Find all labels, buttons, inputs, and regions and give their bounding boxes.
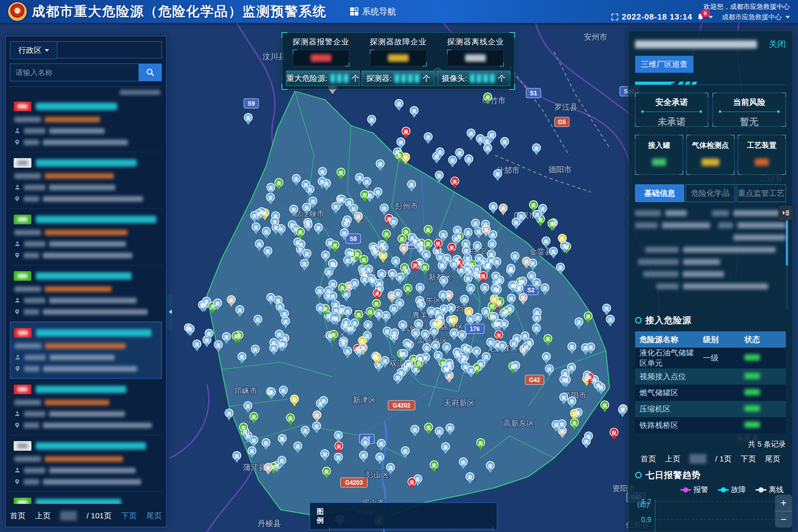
- stat-company-value-redacted: [293, 50, 349, 66]
- panel-counter-value-redacted: [755, 158, 769, 166]
- chart-legend-item[interactable]: 报警: [680, 485, 708, 495]
- company-list-item[interactable]: [10, 435, 162, 492]
- company-list: [10, 96, 162, 504]
- hazard-table: 危险源名称级别状态 液化石油气储罐区单元一级视频接入点位燃气储罐区压缩机区铁路栈…: [635, 331, 786, 433]
- page-number-input[interactable]: [689, 454, 706, 464]
- page-last-button[interactable]: 尾页: [765, 454, 780, 464]
- company-name-redacted: [36, 159, 137, 167]
- chart-legend-item[interactable]: 故障: [718, 485, 746, 495]
- tab-0[interactable]: 基础信息: [635, 184, 684, 202]
- svg-text:G4203: G4203: [345, 480, 363, 486]
- factory-3d-patrol-button[interactable]: 三维厂区巡查: [635, 56, 693, 73]
- zoom-out-button[interactable]: −: [775, 511, 792, 528]
- panel-pagination: 首页 上页 / 1页 下页 尾页: [635, 454, 786, 464]
- search-icon: [146, 68, 155, 77]
- region-input[interactable]: [57, 41, 162, 58]
- svg-text:X40: X40: [406, 241, 416, 247]
- welcome-text: 欢迎您，成都市应急救援中心: [611, 2, 790, 11]
- divider: [635, 82, 786, 85]
- status-badge: [14, 328, 32, 338]
- svg-text:成华区: 成华区: [446, 304, 469, 313]
- grid-icon: [350, 7, 358, 16]
- stat-company-label: 探测器离线企业: [439, 37, 512, 47]
- svg-text:G5: G5: [558, 119, 566, 125]
- datetime: 2022-08-18 13:14: [622, 12, 692, 22]
- table-row[interactable]: 液化石油气储罐区单元一级: [635, 348, 786, 368]
- company-list-item[interactable]: [10, 152, 162, 209]
- svg-text:郫都区: 郫都区: [346, 308, 369, 317]
- page-prev-button[interactable]: 上页: [35, 511, 51, 521]
- person-icon: [14, 184, 20, 190]
- panel-counter-1: 气体检测点: [686, 135, 734, 175]
- svg-text:176: 176: [470, 326, 480, 332]
- page-prev-button[interactable]: 上页: [665, 454, 681, 464]
- panel-counter-value-redacted: [652, 158, 666, 166]
- location-icon: [14, 479, 20, 485]
- status-badge: [14, 385, 31, 394]
- page-next-button[interactable]: 下页: [121, 511, 137, 521]
- scrollbar[interactable]: [786, 210, 788, 309]
- safety-commitment-title: 安全承诺: [635, 97, 708, 108]
- company-list-item[interactable]: [10, 379, 162, 435]
- page-first-button[interactable]: 首页: [10, 511, 25, 521]
- chevron-down-icon: [45, 49, 49, 52]
- page-next-button[interactable]: 下页: [740, 454, 756, 464]
- company-name-redacted: [36, 442, 146, 450]
- location-icon: [14, 309, 20, 315]
- stat-company-1: 探测器故障企业: [361, 37, 435, 66]
- table-row[interactable]: 压缩机区: [635, 401, 786, 417]
- company-list-item[interactable]: [10, 209, 162, 265]
- page-first-button[interactable]: 首页: [641, 454, 656, 464]
- location-icon: [14, 252, 20, 258]
- company-list-item[interactable]: [10, 322, 162, 379]
- record-total: 共 5 条记录: [635, 439, 786, 449]
- list-count-redacted: [120, 90, 160, 95]
- svg-text:彭山区: 彭山区: [366, 470, 389, 479]
- svg-text:0.9: 0.9: [641, 515, 651, 524]
- company-name-redacted: [36, 386, 126, 393]
- region-select[interactable]: 行政区: [10, 41, 57, 59]
- svg-text:广汉市: 广汉市: [514, 211, 537, 219]
- close-button[interactable]: 关闭: [769, 38, 786, 50]
- company-list-item[interactable]: [10, 492, 162, 504]
- svg-text:S8: S8: [349, 236, 357, 242]
- notification-bell-icon[interactable]: 0: [696, 13, 705, 21]
- current-risk-value: 暂无: [713, 116, 785, 128]
- table-row[interactable]: 铁路栈桥区: [635, 417, 786, 433]
- zoom-in-button[interactable]: +: [775, 495, 792, 511]
- panel-expand-button[interactable]: [778, 205, 793, 220]
- page-number-input[interactable]: [60, 511, 77, 521]
- page-total: / 101页: [86, 511, 112, 521]
- sidebar-collapse-tab[interactable]: [166, 295, 172, 329]
- chevron-down-icon[interactable]: [785, 16, 790, 18]
- search-button[interactable]: [139, 64, 162, 81]
- svg-text:丹棱县: 丹棱县: [258, 519, 281, 528]
- table-row[interactable]: 视频接入点位: [635, 368, 786, 385]
- person-icon: [14, 241, 20, 247]
- notification-badge: 0: [700, 10, 710, 17]
- tab-2[interactable]: 重点监管工艺: [737, 184, 786, 202]
- fullscreen-icon[interactable]: [611, 14, 618, 20]
- company-list-item[interactable]: [10, 265, 162, 322]
- system-nav-button[interactable]: 系统导航: [350, 6, 396, 17]
- chevron-down-icon[interactable]: [709, 16, 713, 18]
- svg-text:罗江县: 罗江县: [555, 103, 578, 111]
- tab-1[interactable]: 危险化学品: [686, 184, 735, 202]
- svg-text:金堂县: 金堂县: [529, 247, 553, 256]
- company-list-item[interactable]: [10, 96, 162, 152]
- svg-text:金牛区: 金牛区: [418, 296, 441, 304]
- safety-commitment-value: 未承诺: [635, 116, 708, 128]
- status-redacted: [744, 354, 760, 361]
- table-row[interactable]: 燃气储罐区: [635, 385, 786, 401]
- location-icon: [14, 196, 20, 202]
- trend-section-header: 七日报警趋势: [635, 469, 786, 481]
- current-risk-title: 当前风险: [713, 97, 785, 108]
- page-last-button[interactable]: 尾页: [146, 511, 162, 521]
- status-redacted: [744, 389, 760, 395]
- map-legend: 图 例: [310, 502, 497, 530]
- stat-counter-digits-redacted: [470, 74, 495, 83]
- chart-legend-item[interactable]: 离线: [756, 485, 784, 495]
- person-icon: [14, 467, 20, 473]
- company-name-redacted: [36, 272, 132, 280]
- search-input[interactable]: [10, 64, 139, 81]
